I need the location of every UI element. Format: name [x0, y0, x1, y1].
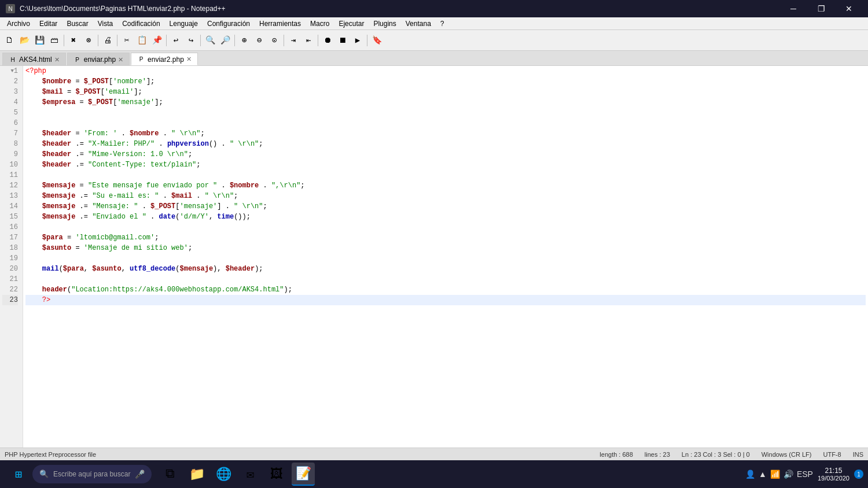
taskbar-taskview[interactable]: ⧉ [159, 463, 182, 486]
menu-macro[interactable]: Macro [306, 19, 334, 29]
toolbar-cut[interactable]: ✂ [120, 34, 134, 47]
app-icon: N [6, 4, 15, 13]
token: $asunto [42, 243, 71, 253]
token: . [159, 191, 171, 201]
notification-badge[interactable]: 1 [854, 469, 863, 479]
tab-enviarphp-label: enviar.php [84, 56, 116, 64]
toolbar-find[interactable]: 🔍 [203, 34, 217, 47]
line-number-3: ▼ 3 [2, 87, 18, 97]
tab-enviarphp[interactable]: P enviar.php ✕ [67, 53, 130, 65]
token: . [146, 212, 159, 222]
minimize-button[interactable]: ─ [780, 0, 807, 17]
code-line-9: $header .= "Mime-Version: 1.0 \r\n"; [25, 149, 866, 160]
menu-buscar[interactable]: Buscar [62, 19, 93, 29]
taskbar-search-box[interactable]: 🔍 Escribe aquí para buscar 🎤 [32, 465, 152, 483]
toolbar-restozoom[interactable]: ⊙ [267, 34, 281, 47]
menu-vista[interactable]: Vista [93, 19, 117, 29]
taskbar-notepadpp[interactable]: 📝 [292, 463, 315, 486]
menu-codificacion[interactable]: Codificación [117, 19, 164, 29]
tab-aks4html[interactable]: H AKS4.html ✕ [2, 53, 66, 65]
code-line-8: $header .= "X-Mailer: PHP/" . phpversion… [25, 139, 866, 149]
toolbar-zoomout[interactable]: ⊖ [252, 34, 266, 47]
taskbar-mail[interactable]: ✉ [238, 463, 262, 486]
token: $empresa [42, 97, 76, 108]
menu-ventana[interactable]: Ventana [401, 19, 436, 29]
taskbar-photos[interactable]: 🖼 [265, 463, 288, 486]
code-line-20: mail($para, $asunto, utf8_decode($mensaj… [25, 264, 866, 274]
line-number-9: ▼ 9 [2, 149, 18, 160]
toolbar-macro-rec[interactable]: ⏺ [321, 34, 334, 47]
token: 'ltomicb@gmail.com' [75, 232, 155, 243]
tray-icons: 👤 ▲ 📶 🔊 ESP [745, 469, 813, 479]
taskbar: ⊞ 🔍 Escribe aquí para buscar 🎤 ⧉ 📁 🌐 ✉ 🖼… [0, 460, 868, 488]
toolbar-copy[interactable]: 📋 [135, 34, 149, 47]
explorer-icon: 📁 [189, 467, 205, 482]
microphone-icon[interactable]: 🎤 [135, 469, 145, 479]
photos-icon: 🖼 [270, 467, 283, 482]
close-button[interactable]: ✕ [836, 0, 862, 17]
taskbar-explorer[interactable]: 📁 [185, 463, 208, 486]
tab-enviar2php[interactable]: P enviar2.php ✕ [131, 53, 198, 65]
toolbar-undo[interactable]: ↩ [169, 34, 183, 47]
toolbar-indent[interactable]: ⇥ [286, 34, 300, 47]
toolbar-macro-stop[interactable]: ⏹ [336, 34, 350, 47]
token: $para [42, 232, 63, 243]
tab-enviarphp-close[interactable]: ✕ [118, 56, 123, 64]
token: 'From: ' [84, 128, 117, 139]
menu-plugins[interactable]: Plugins [369, 19, 400, 29]
line-number-17: ▼ 17 [2, 232, 18, 243]
toolbar-paste[interactable]: 📌 [150, 34, 164, 47]
toolbar-print[interactable]: 🖨 [101, 34, 115, 47]
taskbar-chrome[interactable]: 🌐 [212, 463, 235, 486]
token: = [63, 87, 76, 97]
start-button[interactable]: ⊞ [5, 460, 32, 488]
toolbar-findreplace[interactable]: 🔎 [218, 34, 232, 47]
line-number-5: ▼ 5 [2, 108, 18, 118]
menu-ejecutar[interactable]: Ejecutar [334, 19, 369, 29]
toolbar-new[interactable]: 🗋 [2, 34, 16, 47]
token: . [259, 180, 271, 191]
token: ; [155, 232, 159, 243]
toolbar-zoomin[interactable]: ⊕ [237, 34, 251, 47]
toolbar-unindent[interactable]: ⇤ [301, 34, 315, 47]
token: .= [71, 149, 88, 160]
token: ( [175, 212, 179, 222]
window-controls[interactable]: ─ ❐ ✕ [780, 0, 862, 17]
code-content[interactable]: <?php $nombre = $_POST['nombre']; $mail … [23, 66, 868, 448]
taskbar-search-placeholder: Escribe aquí para buscar [53, 470, 130, 478]
token: $header [42, 128, 71, 139]
token [25, 264, 42, 274]
tab-aks4html-close[interactable]: ✕ [54, 56, 60, 64]
token: $header [226, 264, 255, 274]
line-number-22: ▼ 22 [2, 284, 18, 295]
toolbar-close[interactable]: ✖ [67, 34, 80, 47]
toolbar-redo[interactable]: ↪ [184, 34, 198, 47]
toolbar-bookmark[interactable]: 🔖 [370, 34, 384, 47]
token: ?> [42, 295, 50, 305]
volume-icon[interactable]: 🔊 [784, 469, 793, 479]
menu-editar[interactable]: Editar [35, 19, 62, 29]
menu-help[interactable]: ? [436, 19, 449, 29]
toolbar-open[interactable]: 📂 [17, 34, 31, 47]
tab-enviar2php-close[interactable]: ✕ [186, 56, 192, 63]
up-arrow-icon[interactable]: ▲ [759, 469, 767, 479]
maximize-button[interactable]: ❐ [808, 0, 834, 17]
system-clock[interactable]: 21:15 19/03/2020 [818, 467, 849, 482]
toolbar-save[interactable]: 💾 [32, 34, 46, 47]
line-number-18: ▼ 18 [2, 243, 18, 253]
token [25, 243, 42, 253]
code-line-5 [25, 108, 866, 118]
toolbar-closeall[interactable]: ⊗ [82, 34, 95, 47]
token: ; [188, 149, 192, 160]
line-number-2: ▼ 2 [2, 76, 18, 87]
menu-lenguaje[interactable]: Lenguaje [165, 19, 203, 29]
toolbar-macro-play[interactable]: ▶ [351, 34, 365, 47]
token: ( [67, 284, 71, 295]
line-number-21: ▼ 21 [2, 274, 18, 284]
menu-configuracion[interactable]: Configuración [203, 19, 255, 29]
token: "Enviado el " [92, 212, 146, 222]
toolbar-saveall[interactable]: 🗃 [47, 34, 61, 47]
menu-herramientas[interactable]: Herramientas [255, 19, 306, 29]
code-line-13: $mensaje .= "Su e-mail es: " . $mail . "… [25, 191, 866, 201]
menu-archivo[interactable]: Archivo [2, 19, 35, 29]
